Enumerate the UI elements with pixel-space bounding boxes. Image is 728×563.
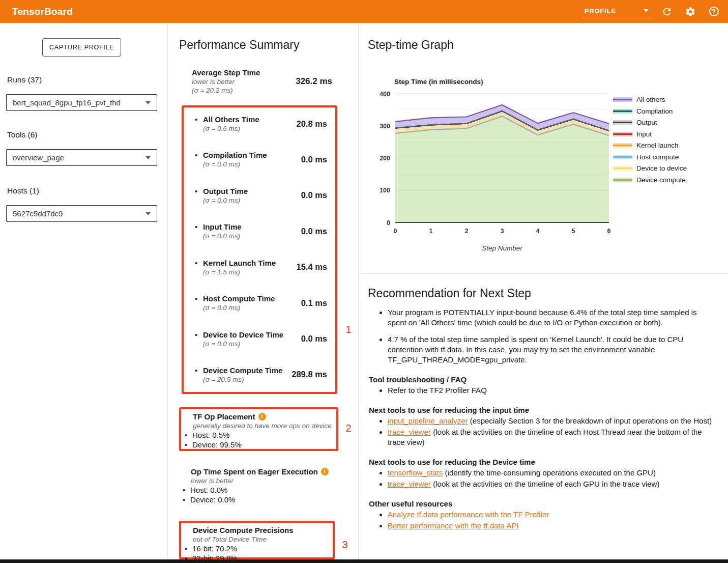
recommendation-section: Other useful resourcesAnalyze tf.data pe… [368,499,717,531]
metric-row: Compilation Time(σ = 0.0 ms)0.0 ms [184,150,335,168]
legend-label: Compilation [636,107,673,115]
link-trace-viewer[interactable]: trace_viewer [388,480,431,488]
metric-label: Average Step Time [192,68,260,77]
info-icon[interactable]: i [258,413,266,420]
metric-value: 0.0 ms [301,190,335,200]
runs-select-value: bert_squad_8gpu_fp16_pvt_thd [13,98,121,107]
svg-text:5: 5 [572,228,575,235]
metric-value: 289.8 ms [292,370,335,379]
step-time-chart[interactable]: 01002003004000123456Step Number [370,86,645,259]
tools-label: Tools (6) [7,130,37,139]
svg-text:2: 2 [465,228,469,235]
svg-text:1: 1 [429,228,433,235]
dashboard-select[interactable]: PROFILE [584,5,650,18]
legend-label: Host compute [636,153,679,161]
link-trace-viewer[interactable]: trace_viewer [388,428,431,436]
recommendation-item: tensorflow_stats (identify the time-cons… [388,468,717,478]
tools-select[interactable]: overview_page [6,149,157,166]
legend-label: Device to device [636,164,687,172]
metric-row: Kernel Launch Time(σ = 1.5 ms)15.4 ms [184,258,335,276]
list-item: Host: 0.5% [181,431,336,440]
reload-icon[interactable] [661,6,673,18]
eager-execution-subtitle: lower is better [191,476,338,485]
runs-select[interactable]: bert_squad_8gpu_fp16_pvt_thd [6,94,157,111]
svg-text:3: 3 [501,228,504,235]
recommendation-item: input_pipeline_analyzer (especially Sect… [388,416,717,426]
link-input-pipeline-analyzer[interactable]: input_pipeline_analyzer [388,416,468,425]
legend-swatch-icon [613,177,632,183]
list-item: 16-bit: 70.2% [181,544,333,554]
metric-row: Host Compute Time(σ = 0.0 ms)0.1 ms [184,294,335,312]
legend-label: Kernel launch [636,142,679,149]
legend-item-kernel-launch: Kernel launch [613,142,687,149]
link-analyze-tf-data-performance-with-the-tf-[interactable]: Analyze tf.data performance with the TF … [388,510,549,519]
svg-text:0: 0 [387,219,390,227]
recommendation-item: trace_viewer (look at the activities on … [388,479,717,489]
chevron-down-icon [145,212,151,215]
eager-execution-block: Op Time Spent on Eager Execution i lower… [179,467,338,504]
legend-item-device-compute: Device compute [613,176,687,184]
link-better-performance-with-the-tf-data-api[interactable]: Better performance with the tf.data API [388,521,519,530]
recommendation-item: Refer to the TF2 Profiler FAQ [388,385,717,396]
metric-value: 0.0 ms [301,227,335,236]
step-time-graph-card: Step-time Graph Step Time (in millisecon… [359,23,728,274]
step-time-graph-title: Step-time Graph [368,38,454,52]
metric-value: 0.0 ms [301,155,335,164]
hosts-select[interactable]: 5627c5dd7dc9 [6,205,157,222]
tf-op-placement-subtitle: generally desired to have more ops on de… [193,421,336,430]
list-item: Device: 99.5% [181,440,336,450]
hosts-label: Hosts (1) [7,186,39,195]
metric-subtitle: lower is better [192,77,260,86]
metric-value: 15.4 ms [296,262,335,272]
tools-select-value: overview_page [13,153,64,162]
annotation-box-3: Device Compute Precisions out of Total D… [179,521,335,559]
help-icon[interactable]: ? [708,6,720,18]
recommendation-card: Recommendation for Next Step Your progra… [359,274,728,559]
device-compute-precisions-title: Device Compute Precisions [193,525,333,535]
legend-label: Input [636,130,652,138]
section-heading: Other useful resources [369,499,717,508]
metric-value: 0.0 ms [301,334,335,344]
metric-row: Input Time(σ = 0.0 ms)0.0 ms [184,222,335,240]
sidebar: CAPTURE PROFILE Runs (37) bert_squad_8gp… [0,23,168,559]
info-icon[interactable]: i [321,468,329,475]
legend-swatch-icon [613,96,632,103]
link-tensorflow-stats[interactable]: tensorflow_stats [388,468,443,477]
legend-swatch-icon [613,154,632,160]
metric-value: 326.2 ms [296,76,332,87]
chart-xlabel: Step Number [482,244,522,252]
dashboard-select-value: PROFILE [585,7,616,15]
metric-sigma: (σ = 20.2 ms) [192,86,260,95]
annotation-box-1: All Others Time(σ = 0.6 ms)20.8 msCompil… [182,105,337,394]
hosts-select-value: 5627c5dd7dc9 [13,209,63,218]
legend-item-all-others: All others [613,96,687,103]
area-series-device-compute [395,116,609,222]
list-item: Host: 0.0% [179,486,338,495]
tf-op-placement-title: TF Op Placement i [193,412,336,421]
svg-text:200: 200 [380,155,390,162]
chart-legend: All othersCompilationOutputInputKernel l… [613,96,687,184]
performance-summary-panel: Performance Summary Average Step Time lo… [168,23,359,559]
recommendation-item: Better performance with the tf.data API [388,521,717,531]
device-compute-precisions-subtitle: out of Total Device Time [193,535,333,544]
list-item: Device: 0.0% [179,495,338,505]
legend-label: All others [636,96,665,103]
metric-row: Output Time(σ = 0.0 ms)0.0 ms [184,186,335,205]
settings-gear-icon[interactable] [684,6,696,18]
performance-summary-title: Performance Summary [179,38,299,52]
right-panel: Step-time Graph Step Time (in millisecon… [359,23,728,559]
section-heading: Next tools to use for reducing the Devic… [369,458,717,466]
recommendation-section: Next tools to use for reducing the input… [368,406,717,447]
legend-label: Device compute [636,176,686,184]
capture-profile-button[interactable]: CAPTURE PROFILE [42,38,121,57]
section-heading: Next tools to use for reducing the input… [369,406,717,414]
section-heading: Tool troubleshooting / FAQ [369,375,717,384]
legend-swatch-icon [613,131,632,137]
annotation-number-3: 3 [342,539,348,550]
recommendation-item: Analyze tf.data performance with the TF … [388,510,717,520]
metric-row: All Others Time(σ = 0.6 ms)20.8 ms [184,115,335,133]
legend-item-output: Output [613,119,687,126]
recommendation-section: Tool troubleshooting / FAQRefer to the T… [368,375,717,396]
legend-item-input: Input [613,130,687,138]
svg-text:4: 4 [536,228,540,235]
